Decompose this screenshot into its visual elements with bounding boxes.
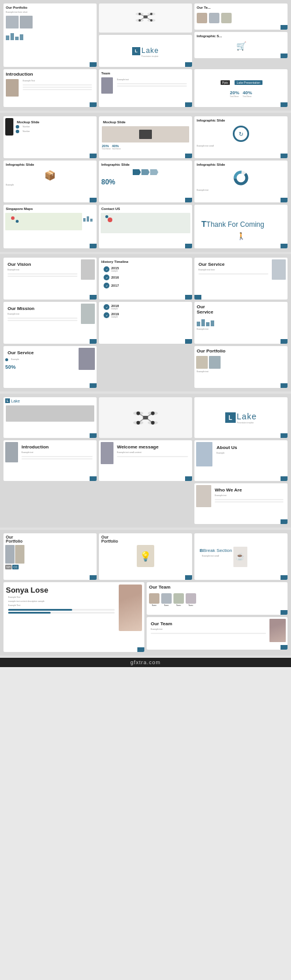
- slide-our-team-1[interactable]: Our Te...: [194, 3, 288, 30]
- slide-title: About Us: [214, 443, 285, 451]
- blue-accent-corner: [90, 102, 97, 107]
- slide-infographic-2[interactable]: Infographic Slide 📦 Example: [3, 161, 97, 202]
- blue-accent-corner: [281, 102, 288, 107]
- slide-singapore-maps[interactable]: Singapore Maps: [3, 205, 97, 248]
- slide-our-service-2[interactable]: OurService Example text: [194, 302, 288, 344]
- slide-title: Mockup Slide: [15, 118, 95, 125]
- text: example: [111, 308, 119, 310]
- percent-display: 80%: [99, 177, 192, 187]
- slide-title: Introduction: [3, 69, 97, 78]
- slide-welcome[interactable]: Welcome message Example text small conte…: [99, 440, 192, 481]
- slide-our-team-3[interactable]: Our Team Name Name Name: [147, 582, 288, 615]
- timeline-year: 2017: [111, 284, 119, 287]
- section-5: OurPortfolio NH CC OurPortfolio 💡: [0, 530, 291, 655]
- thank-rest: Thank For Coming: [207, 220, 264, 229]
- text: Example: [214, 451, 285, 455]
- slide-about-us[interactable]: About Us Example: [194, 440, 288, 481]
- slide-who-we-are[interactable]: Who We Are Example text: [194, 483, 288, 524]
- svg-rect-24: [143, 416, 148, 419]
- slide-thank-for-coming[interactable]: TThank For Coming 🚶: [194, 205, 288, 248]
- slide-text: Example Text: [20, 79, 94, 83]
- slide-lake-logo-big[interactable]: L Lake Presentation template: [194, 397, 288, 438]
- slide-history-timeline[interactable]: History Timeline ✔ 2015 example ✔ 2016: [99, 258, 192, 300]
- section4-row2: Introduction Example text Welcome messag…: [3, 440, 288, 481]
- stat-number-1: 20%: [230, 90, 239, 95]
- slide-title: Our Portfolio: [3, 3, 97, 10]
- team-member-1: Name: [149, 593, 159, 607]
- slide-intro-2[interactable]: Introduction Example text: [3, 440, 97, 481]
- blue-accent-corner: [281, 519, 288, 524]
- blue-accent-corner: [185, 295, 192, 300]
- slide-body-text: Example text here short: [3, 10, 97, 15]
- slide-our-service-1[interactable]: Our Service Example text here: [194, 258, 288, 300]
- stats-row: 20% Total Name 40% Total Name: [226, 88, 255, 99]
- slide-drone-center[interactable]: [99, 3, 192, 33]
- slide-drone-big[interactable]: [99, 397, 192, 438]
- slide-our-mission[interactable]: Our Mission Example text: [3, 302, 97, 344]
- slide-title: Who We Are: [212, 485, 286, 494]
- blue-accent-corner: [185, 575, 192, 580]
- slide-infographic-s[interactable]: Infographic S... 🛒: [194, 32, 288, 58]
- slide-infographic-3[interactable]: Infographic Slide 80%: [99, 161, 192, 202]
- slide-title: Our Mission: [5, 304, 80, 312]
- percent-label: 50%: [5, 363, 77, 371]
- blue-accent-corner: [185, 476, 192, 481]
- slide-title: Welcome message: [115, 442, 190, 451]
- slide-our-portfolio-1[interactable]: Our Portfolio Example text here short: [3, 3, 97, 67]
- slide-timeline-cont[interactable]: ✔ 2018 example ✔ 2019 example: [99, 302, 192, 344]
- slide-title: Infographic Slide: [3, 161, 97, 168]
- section2-row3: Singapore Maps: [3, 205, 288, 248]
- break-rest: Break Section: [203, 548, 232, 553]
- slide-infographic-4[interactable]: Infographic Slide Example text: [194, 161, 288, 202]
- slide-title: Our Vision: [5, 259, 80, 268]
- text: Number: [20, 130, 32, 134]
- slide-mockup-2[interactable]: Mockup Slide 20% Total Name 40% Total Na…: [99, 116, 192, 158]
- drone-image: [99, 3, 192, 30]
- slide-pptx-file[interactable]: Pptx Lake Presentation 20% Total Name 40…: [194, 69, 288, 107]
- tag-cc: CC: [12, 565, 19, 569]
- slide-title: Our Portfolio: [194, 346, 288, 355]
- slide-portfolio-4[interactable]: OurPortfolio 💡: [99, 533, 192, 580]
- slide-our-vision[interactable]: Our Vision Example text: [3, 258, 97, 300]
- slide-title: Infographic Slide: [194, 116, 288, 123]
- svg-point-28: [151, 421, 154, 425]
- timeline-dot: ✔: [104, 304, 109, 310]
- blue-accent-corner: [137, 647, 144, 652]
- blue-accent-corner: [185, 339, 192, 344]
- blue-accent-corner: [281, 610, 288, 615]
- text: Example text: [194, 370, 288, 374]
- slide-portfolio-3[interactable]: OurPortfolio NH CC: [3, 533, 97, 580]
- blue-accent-corner: [90, 62, 97, 67]
- slide-infographic-1[interactable]: Infographic Slide ↻ Example text small: [194, 116, 288, 158]
- slide-lake-cover[interactable]: L Lake: [3, 397, 97, 438]
- slide-title: Infographic S...: [194, 32, 288, 39]
- slide-title: Team: [99, 69, 192, 76]
- text: Example: [9, 358, 22, 362]
- slide-our-service-3[interactable]: Our Service Example 50%: [3, 346, 97, 388]
- slide-title: Our Team: [148, 619, 268, 628]
- slide-introduction-1[interactable]: Introduction Example Text: [3, 69, 97, 107]
- slide-our-portfolio-2[interactable]: Our Portfolio Example text: [194, 346, 288, 388]
- slide-title: Singapore Maps: [3, 205, 97, 212]
- slide-sonya-lose[interactable]: Sonya Lose Example Text example text con…: [3, 582, 144, 652]
- section1-grid: Our Portfolio Example text here short: [3, 3, 288, 67]
- toc-line: [198, 273, 268, 275]
- team-member-3: Name: [173, 593, 184, 607]
- timeline-dot: ✔: [104, 266, 109, 272]
- stat-label-2: Total Name: [243, 95, 252, 98]
- toc-line: [8, 276, 77, 277]
- slide-lake-logo[interactable]: L Lake Presentation template: [99, 35, 192, 67]
- text: Example text: [5, 268, 80, 272]
- progress-fill: [8, 609, 72, 611]
- pptx-label: Pptx: [221, 80, 230, 85]
- slide-mockup-1[interactable]: Mockup Slide Number Number: [3, 116, 97, 158]
- slide-contact-us[interactable]: Contact US: [99, 205, 192, 248]
- slide-text: Example text: [194, 327, 288, 332]
- slide-text: Example: [3, 183, 97, 187]
- line: [22, 456, 93, 457]
- toc-line: [8, 320, 77, 321]
- slide-break-section[interactable]: BBreak Section Example text small ☕: [194, 533, 288, 580]
- slide-team-1[interactable]: Team Example text: [99, 69, 192, 107]
- slide-our-team-4[interactable]: Our Team Example text: [147, 617, 288, 650]
- section3-row2: Our Mission Example text ✔ 2018: [3, 302, 288, 344]
